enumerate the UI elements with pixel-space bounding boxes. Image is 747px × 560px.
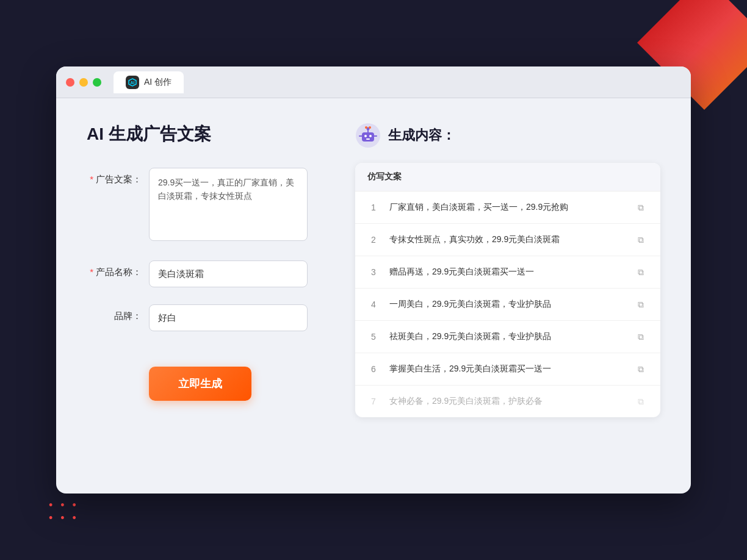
row-text-3: 赠品再送，29.9元美白淡斑霜买一送一: [389, 267, 624, 278]
product-input[interactable]: [149, 260, 308, 287]
bg-decoration-dots: [49, 499, 98, 523]
right-header: 生成内容：: [355, 123, 660, 148]
results-table: 仿写文案 1 厂家直销，美白淡斑霜，买一送一，29.9元抢购 ⧉ 2 专抹女性斑…: [355, 163, 660, 417]
copy-icon-7[interactable]: ⧉: [633, 394, 648, 409]
brand-wrap: [149, 304, 319, 331]
row-num-6: 6: [367, 364, 380, 374]
table-row: 5 祛斑美白，29.9元美白淡斑霜，专业护肤品 ⧉: [355, 321, 660, 353]
page-title: AI 生成广告文案: [87, 123, 319, 146]
copy-icon-4[interactable]: ⧉: [633, 297, 648, 312]
svg-rect-3: [362, 132, 374, 142]
left-panel: AI 生成广告文案 *广告文案： 29.9买一送一，真正的厂家直销，美白淡斑霜，…: [87, 123, 319, 464]
right-panel: 生成内容： 仿写文案 1 厂家直销，美白淡斑霜，买一送一，29.9元抢购 ⧉ 2…: [355, 123, 660, 464]
table-row: 2 专抹女性斑点，真实功效，29.9元美白淡斑霜 ⧉: [355, 224, 660, 256]
row-text-2: 专抹女性斑点，真实功效，29.9元美白淡斑霜: [389, 234, 624, 245]
row-text-1: 厂家直销，美白淡斑霜，买一送一，29.9元抢购: [389, 202, 624, 213]
form-group-ad-copy: *广告文案： 29.9买一送一，真正的厂家直销，美白淡斑霜，专抹女性斑点: [87, 168, 319, 243]
copy-icon-5[interactable]: ⧉: [633, 329, 648, 344]
table-row: 6 掌握美白生活，29.9元美白淡斑霜买一送一 ⧉: [355, 353, 660, 386]
svg-point-12: [369, 126, 371, 129]
ad-copy-wrap: 29.9买一送一，真正的厂家直销，美白淡斑霜，专抹女性斑点: [149, 168, 319, 243]
row-num-5: 5: [367, 332, 380, 342]
tab-label: AI 创作: [144, 77, 171, 88]
copy-icon-2[interactable]: ⧉: [633, 232, 648, 247]
browser-window: AI AI 创作 AI 生成广告文案 *广告文案： 29.9买一送一，真正的厂家…: [56, 66, 691, 494]
submit-button[interactable]: 立即生成: [149, 367, 251, 401]
svg-rect-4: [364, 135, 367, 137]
row-num-2: 2: [367, 235, 380, 245]
form-group-brand: 品牌：: [87, 304, 319, 331]
row-num-7: 7: [367, 397, 380, 406]
right-title: 生成内容：: [388, 126, 455, 145]
copy-icon-6[interactable]: ⧉: [633, 362, 648, 376]
copy-icon-1[interactable]: ⧉: [633, 200, 648, 215]
svg-rect-5: [369, 135, 372, 137]
ad-copy-textarea[interactable]: 29.9买一送一，真正的厂家直销，美白淡斑霜，专抹女性斑点: [149, 168, 308, 241]
required-star-1: *: [90, 174, 93, 184]
ad-copy-label: *广告文案：: [87, 168, 142, 185]
product-wrap: [149, 260, 319, 287]
table-row: 3 赠品再送，29.9元美白淡斑霜买一送一 ⧉: [355, 256, 660, 289]
product-label: *产品名称：: [87, 260, 142, 278]
form-group-product: *产品名称：: [87, 260, 319, 287]
svg-point-11: [365, 126, 367, 129]
tab-icon: AI: [126, 76, 139, 89]
maximize-button[interactable]: [93, 78, 101, 87]
brand-label: 品牌：: [87, 304, 142, 322]
table-header: 仿写文案: [355, 163, 660, 192]
ai-tab[interactable]: AI AI 创作: [114, 71, 184, 93]
row-num-4: 4: [367, 300, 380, 309]
table-row: 4 一周美白，29.9元美白淡斑霜，专业护肤品 ⧉: [355, 289, 660, 321]
row-num-1: 1: [367, 203, 380, 212]
minimize-button[interactable]: [79, 78, 88, 87]
table-row: 1 厂家直销，美白淡斑霜，买一送一，29.9元抢购 ⧉: [355, 192, 660, 224]
title-bar: AI AI 创作: [56, 66, 691, 98]
row-text-7: 女神必备，29.9元美白淡斑霜，护肤必备: [389, 396, 624, 407]
brand-input[interactable]: [149, 304, 308, 331]
row-num-3: 3: [367, 267, 380, 277]
close-button[interactable]: [66, 78, 74, 87]
traffic-lights: [66, 78, 101, 87]
row-text-6: 掌握美白生活，29.9元美白淡斑霜买一送一: [389, 364, 624, 375]
table-row-dimmed: 7 女神必备，29.9元美白淡斑霜，护肤必备 ⧉: [355, 386, 660, 417]
row-text-5: 祛斑美白，29.9元美白淡斑霜，专业护肤品: [389, 331, 624, 342]
required-star-2: *: [90, 267, 93, 277]
svg-text:AI: AI: [131, 81, 135, 85]
row-text-4: 一周美白，29.9元美白淡斑霜，专业护肤品: [389, 299, 624, 310]
svg-rect-6: [366, 138, 370, 140]
copy-icon-3[interactable]: ⧉: [633, 265, 648, 279]
content-area: AI 生成广告文案 *广告文案： 29.9买一送一，真正的厂家直销，美白淡斑霜，…: [56, 98, 691, 489]
robot-icon: [355, 123, 381, 148]
